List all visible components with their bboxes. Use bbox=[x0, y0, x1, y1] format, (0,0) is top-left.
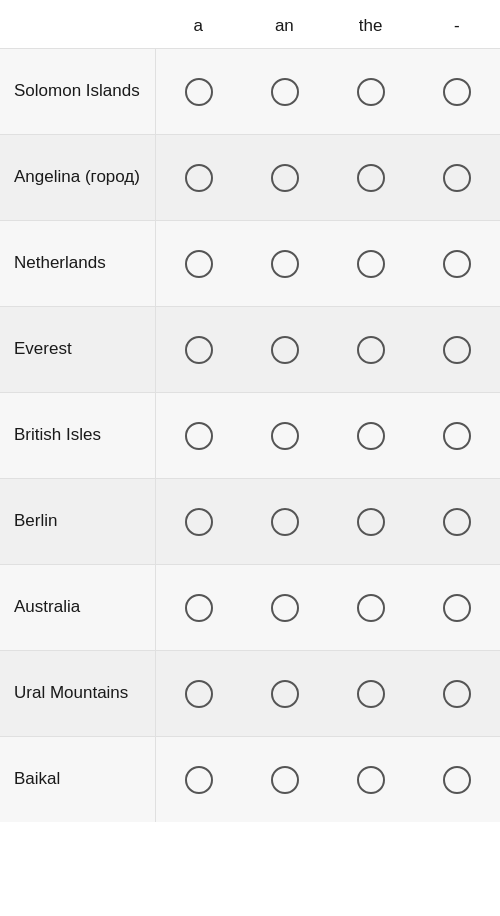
radio-cell-everest-a[interactable] bbox=[156, 336, 242, 364]
radio-cell-angelina-the[interactable] bbox=[328, 164, 414, 192]
radio-australia--[interactable] bbox=[443, 594, 471, 622]
radio-berlin--[interactable] bbox=[443, 508, 471, 536]
table-row: Berlin bbox=[0, 478, 500, 564]
table-row: Ural Mountains bbox=[0, 650, 500, 736]
table-row: Australia bbox=[0, 564, 500, 650]
radio-baikal--[interactable] bbox=[443, 766, 471, 794]
radio-baikal-an[interactable] bbox=[271, 766, 299, 794]
radio-cell-british-isles-an[interactable] bbox=[242, 422, 328, 450]
radio-everest-the[interactable] bbox=[357, 336, 385, 364]
row-options-angelina bbox=[156, 164, 500, 192]
table-row: Angelina (город) bbox=[0, 134, 500, 220]
radio-cell-australia--[interactable] bbox=[414, 594, 500, 622]
radio-cell-ural-mountains--[interactable] bbox=[414, 680, 500, 708]
row-label-berlin: Berlin bbox=[0, 498, 155, 544]
radio-cell-netherlands-the[interactable] bbox=[328, 250, 414, 278]
radio-cell-berlin-a[interactable] bbox=[156, 508, 242, 536]
radio-british-isles-the[interactable] bbox=[357, 422, 385, 450]
row-options-british-isles bbox=[156, 422, 500, 450]
table-row: Baikal bbox=[0, 736, 500, 822]
radio-cell-australia-a[interactable] bbox=[156, 594, 242, 622]
header-col-the: the bbox=[328, 16, 414, 36]
table-row: British Isles bbox=[0, 392, 500, 478]
radio-angelina-a[interactable] bbox=[185, 164, 213, 192]
radio-cell-angelina-an[interactable] bbox=[242, 164, 328, 192]
radio-solomon-islands--[interactable] bbox=[443, 78, 471, 106]
radio-berlin-an[interactable] bbox=[271, 508, 299, 536]
header-col-a: a bbox=[155, 16, 241, 36]
table-row: Netherlands bbox=[0, 220, 500, 306]
radio-everest-a[interactable] bbox=[185, 336, 213, 364]
radio-ural-mountains-an[interactable] bbox=[271, 680, 299, 708]
radio-cell-baikal-the[interactable] bbox=[328, 766, 414, 794]
radio-cell-berlin-the[interactable] bbox=[328, 508, 414, 536]
radio-cell-netherlands-a[interactable] bbox=[156, 250, 242, 278]
radio-cell-everest-an[interactable] bbox=[242, 336, 328, 364]
radio-berlin-a[interactable] bbox=[185, 508, 213, 536]
radio-cell-ural-mountains-an[interactable] bbox=[242, 680, 328, 708]
radio-cell-solomon-islands-the[interactable] bbox=[328, 78, 414, 106]
radio-australia-an[interactable] bbox=[271, 594, 299, 622]
radio-cell-british-isles-a[interactable] bbox=[156, 422, 242, 450]
row-options-berlin bbox=[156, 508, 500, 536]
radio-cell-solomon-islands-an[interactable] bbox=[242, 78, 328, 106]
table-row: Everest bbox=[0, 306, 500, 392]
radio-cell-everest-the[interactable] bbox=[328, 336, 414, 364]
radio-cell-solomon-islands--[interactable] bbox=[414, 78, 500, 106]
radio-cell-ural-mountains-the[interactable] bbox=[328, 680, 414, 708]
radio-baikal-a[interactable] bbox=[185, 766, 213, 794]
row-label-netherlands: Netherlands bbox=[0, 240, 155, 286]
row-label-australia: Australia bbox=[0, 584, 155, 630]
radio-solomon-islands-the[interactable] bbox=[357, 78, 385, 106]
radio-cell-ural-mountains-a[interactable] bbox=[156, 680, 242, 708]
radio-cell-netherlands--[interactable] bbox=[414, 250, 500, 278]
radio-cell-baikal-an[interactable] bbox=[242, 766, 328, 794]
radio-ural-mountains--[interactable] bbox=[443, 680, 471, 708]
radio-australia-the[interactable] bbox=[357, 594, 385, 622]
radio-everest--[interactable] bbox=[443, 336, 471, 364]
row-options-everest bbox=[156, 336, 500, 364]
radio-cell-netherlands-an[interactable] bbox=[242, 250, 328, 278]
row-options-ural-mountains bbox=[156, 680, 500, 708]
radio-cell-angelina-a[interactable] bbox=[156, 164, 242, 192]
radio-australia-a[interactable] bbox=[185, 594, 213, 622]
table-body: Solomon IslandsAngelina (город)Netherlan… bbox=[0, 48, 500, 822]
row-label-solomon-islands: Solomon Islands bbox=[0, 68, 155, 114]
header-col-an: an bbox=[241, 16, 327, 36]
radio-cell-berlin-an[interactable] bbox=[242, 508, 328, 536]
radio-angelina--[interactable] bbox=[443, 164, 471, 192]
radio-cell-british-isles--[interactable] bbox=[414, 422, 500, 450]
radio-netherlands--[interactable] bbox=[443, 250, 471, 278]
radio-solomon-islands-an[interactable] bbox=[271, 78, 299, 106]
radio-ural-mountains-a[interactable] bbox=[185, 680, 213, 708]
radio-british-isles-an[interactable] bbox=[271, 422, 299, 450]
radio-angelina-the[interactable] bbox=[357, 164, 385, 192]
radio-netherlands-the[interactable] bbox=[357, 250, 385, 278]
radio-cell-angelina--[interactable] bbox=[414, 164, 500, 192]
radio-cell-british-isles-the[interactable] bbox=[328, 422, 414, 450]
radio-british-isles-a[interactable] bbox=[185, 422, 213, 450]
radio-british-isles--[interactable] bbox=[443, 422, 471, 450]
row-label-angelina: Angelina (город) bbox=[0, 154, 155, 200]
row-label-ural-mountains: Ural Mountains bbox=[0, 670, 155, 716]
radio-everest-an[interactable] bbox=[271, 336, 299, 364]
radio-solomon-islands-a[interactable] bbox=[185, 78, 213, 106]
radio-netherlands-a[interactable] bbox=[185, 250, 213, 278]
radio-cell-berlin--[interactable] bbox=[414, 508, 500, 536]
radio-cell-solomon-islands-a[interactable] bbox=[156, 78, 242, 106]
quiz-table: a an the - Solomon IslandsAngelina (горо… bbox=[0, 0, 500, 822]
radio-cell-australia-an[interactable] bbox=[242, 594, 328, 622]
row-options-baikal bbox=[156, 766, 500, 794]
radio-ural-mountains-the[interactable] bbox=[357, 680, 385, 708]
radio-cell-baikal-a[interactable] bbox=[156, 766, 242, 794]
radio-cell-australia-the[interactable] bbox=[328, 594, 414, 622]
radio-berlin-the[interactable] bbox=[357, 508, 385, 536]
radio-angelina-an[interactable] bbox=[271, 164, 299, 192]
radio-baikal-the[interactable] bbox=[357, 766, 385, 794]
radio-netherlands-an[interactable] bbox=[271, 250, 299, 278]
radio-cell-everest--[interactable] bbox=[414, 336, 500, 364]
row-label-everest: Everest bbox=[0, 326, 155, 372]
row-options-solomon-islands bbox=[156, 78, 500, 106]
radio-cell-baikal--[interactable] bbox=[414, 766, 500, 794]
header-col-dash: - bbox=[414, 16, 500, 36]
